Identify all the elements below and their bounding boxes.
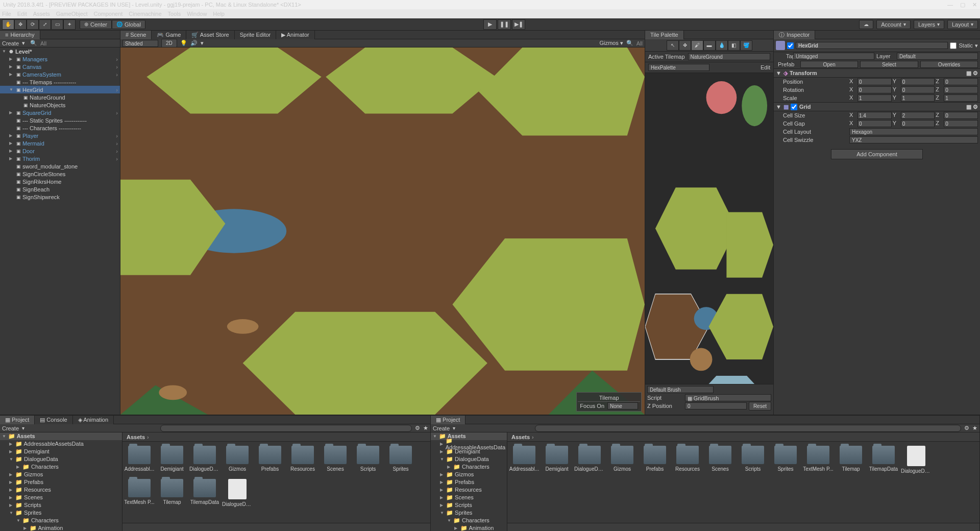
tab-animator[interactable]: ▶ Animator <box>276 31 314 39</box>
scale-z[interactable] <box>944 94 978 102</box>
project-grid[interactable]: Addressabl...DemigiantDialogueDa...Gizmo… <box>507 442 979 523</box>
prefab-select-button[interactable]: Select <box>860 61 918 68</box>
project-tree-item[interactable]: ▶📁 AddressableAssetsData <box>431 440 507 448</box>
project-tree-root[interactable]: ▼📁 Assets <box>0 432 122 440</box>
pos-z[interactable] <box>944 78 978 85</box>
project-item[interactable]: Gizmos <box>609 446 635 474</box>
project-tree-item[interactable]: ▶📁 Demigiant <box>0 448 122 455</box>
project-item[interactable]: Scripts <box>355 446 381 472</box>
menu-edit[interactable]: Edit <box>17 11 27 17</box>
project-tree-item[interactable]: ▶📁 Prefabs <box>431 478 507 486</box>
hierarchy-tab[interactable]: ≡ Hierarchy <box>0 31 40 39</box>
project-item[interactable]: Gizmos <box>225 446 250 472</box>
hand-tool[interactable]: ✋ <box>2 19 14 30</box>
tp-move-tool[interactable]: ✥ <box>679 40 691 51</box>
tile-palette-viewport[interactable] <box>645 73 773 384</box>
menu-help[interactable]: Help <box>213 11 225 17</box>
tab-console[interactable]: ▤ Console <box>35 416 72 424</box>
hierarchy-item[interactable]: ▣NatureObjects <box>0 101 120 109</box>
tp-picker-tool[interactable]: 💧 <box>716 40 728 51</box>
hierarchy-create[interactable]: Create <box>2 40 19 46</box>
project-create[interactable]: Create <box>2 425 19 431</box>
project-tree-item[interactable]: ▶📁 Scenes <box>431 494 507 501</box>
add-component-button[interactable]: Add Component <box>831 149 923 159</box>
pos-y[interactable] <box>901 78 935 85</box>
step-button[interactable]: ▶❚ <box>512 19 525 30</box>
hierarchy-item[interactable]: ▼▣HexGrid› <box>0 86 120 93</box>
grid-enabled-checkbox[interactable] <box>791 104 797 110</box>
hierarchy-item[interactable]: ▶▣CameraSystem› <box>0 70 120 78</box>
cellsize-z[interactable] <box>944 112 978 119</box>
project-grid[interactable]: Addressabl...DemigiantDialogueDa...Gizmo… <box>122 442 430 523</box>
grid-component-header[interactable]: ▼ ▦ Grid▦ ⚙ <box>774 102 980 111</box>
palette-edit-button[interactable]: Edit <box>761 64 770 70</box>
tile-palette-tab[interactable]: Tile Palette <box>645 31 684 39</box>
move-tool[interactable]: ✥ <box>14 19 27 30</box>
project-item[interactable]: DialogueDa... <box>903 446 929 474</box>
tag-dropdown[interactable]: Untagged <box>793 53 874 60</box>
project-search[interactable] <box>160 425 412 432</box>
project-item[interactable]: Tilemap <box>159 479 185 507</box>
project-tree-item[interactable]: ▶📁 Characters <box>431 463 507 471</box>
project-tree-item[interactable]: ▶📁 Gizmos <box>0 471 122 478</box>
space-toggle[interactable]: 🌐 Global <box>112 20 145 29</box>
project-item[interactable]: Resources <box>290 446 315 472</box>
maximize-button[interactable]: ▢ <box>960 2 965 8</box>
fav-icon[interactable]: ★ <box>423 425 428 431</box>
project-tree-item[interactable]: ▼📁 Characters <box>431 517 507 524</box>
pos-x[interactable] <box>857 78 892 85</box>
hierarchy-item[interactable]: ▣SignShipwreck <box>0 193 120 201</box>
tab-project[interactable]: ▦ Project <box>0 416 35 424</box>
project-item[interactable]: TilemapData <box>192 479 217 507</box>
tab-scene[interactable]: # Scene <box>120 31 152 39</box>
tp-fill-tool[interactable]: 🪣 <box>740 40 752 51</box>
lighting-icon[interactable]: 💡 <box>180 40 187 46</box>
gameobject-name-input[interactable] <box>796 42 948 49</box>
hierarchy-item[interactable]: ▶▣Thorim› <box>0 155 120 162</box>
hierarchy-scene-root[interactable]: ▼⬣Level* <box>0 47 120 55</box>
menu-tools[interactable]: Tools <box>168 11 181 17</box>
tp-brush-tool[interactable]: 🖌 <box>691 40 703 51</box>
filter-icon[interactable]: ⚙ <box>964 425 969 431</box>
tab-asset-store[interactable]: 🛒 Asset Store <box>186 31 234 39</box>
project-item[interactable]: Scenes <box>707 446 733 474</box>
project-tree-item[interactable]: ▼📁 DialogueData <box>0 455 122 463</box>
project-tree-item[interactable]: ▶📁 Prefabs <box>0 478 122 486</box>
layout-dropdown[interactable]: Layout ▾ <box>947 20 978 29</box>
project-item[interactable]: Addressabl... <box>127 446 152 472</box>
cell-layout-dropdown[interactable]: Hexagon <box>849 128 978 135</box>
project-item[interactable]: Sprites <box>388 446 413 472</box>
project-tree-item[interactable]: ▶📁 Scripts <box>0 501 122 509</box>
project-item[interactable]: Scenes <box>323 446 348 472</box>
cellgap-x[interactable] <box>857 120 892 127</box>
transform-component-header[interactable]: ▼ ⬗ Transform▦ ⚙ <box>774 68 980 78</box>
hierarchy-item[interactable]: ▣sword_modular_stone <box>0 162 120 170</box>
hierarchy-item[interactable]: ▣SignCircleStones <box>0 170 120 178</box>
rot-y[interactable] <box>901 86 935 93</box>
layer-dropdown[interactable]: Default <box>897 53 978 60</box>
reset-button[interactable]: Reset <box>749 402 771 411</box>
project-tree[interactable]: ▼📁 Assets▶📁 AddressableAssetsData▶📁 Demi… <box>431 432 507 531</box>
project-tree-item[interactable]: ▶📁 Scripts <box>431 501 507 509</box>
account-dropdown[interactable]: Account ▾ <box>876 20 911 29</box>
project-tree-item[interactable]: ▼📁 Sprites <box>431 509 507 517</box>
project-item[interactable]: Scripts <box>740 446 766 474</box>
tp-select-tool[interactable]: ↖ <box>667 40 679 51</box>
hierarchy-item[interactable]: ▣--- Static Sprites ------------ <box>0 116 120 124</box>
project-item[interactable]: Resources <box>675 446 700 474</box>
project-tree-item[interactable]: ▶📁 Resources <box>0 486 122 494</box>
project-tree[interactable]: ▼📁 Assets▶📁 AddressableAssetsData▶📁 Demi… <box>0 432 122 531</box>
fx-icon[interactable]: ▾ <box>201 40 204 46</box>
tab-animation[interactable]: ◈ Animation <box>73 416 114 424</box>
hierarchy-item[interactable]: ▶▣Door› <box>0 147 120 155</box>
project-tree-item[interactable]: ▶📁 Animation <box>431 524 507 531</box>
hierarchy-item[interactable]: ▶▣Canvas› <box>0 63 120 70</box>
cellgap-z[interactable] <box>944 120 978 127</box>
menu-component[interactable]: Component <box>93 11 122 17</box>
rect-tool[interactable]: ▭ <box>51 19 63 30</box>
prefab-overrides-dropdown[interactable]: Overrides <box>920 61 978 68</box>
close-button[interactable]: ✕ <box>972 2 977 8</box>
2d-toggle[interactable]: 2D <box>161 39 177 47</box>
project-tree-item[interactable]: ▼📁 Sprites <box>0 509 122 517</box>
menu-window[interactable]: Window <box>187 11 207 17</box>
